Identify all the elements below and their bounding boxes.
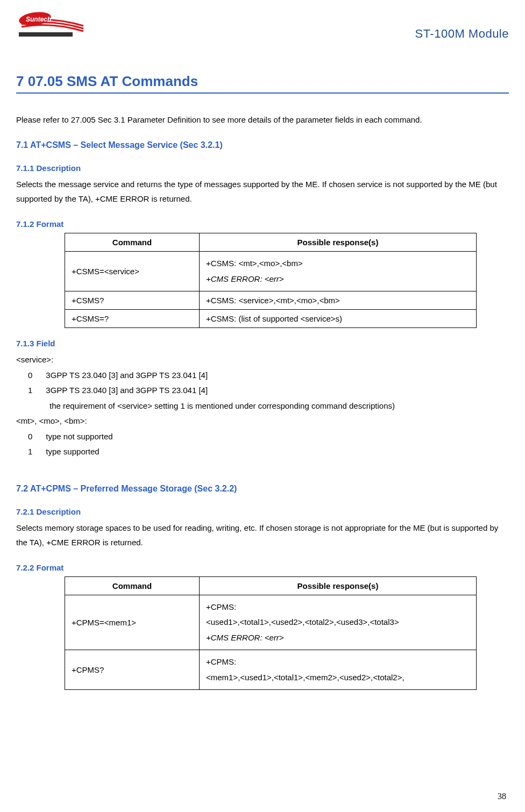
- svg-text:Suntech: Suntech: [26, 16, 51, 23]
- table-cell-cmd: +CSMS=?: [65, 310, 200, 328]
- section-7-1-1-title: 7.1.1 Description: [16, 163, 509, 173]
- section-7-2-2-title: 7.2.2 Format: [16, 563, 509, 572]
- section-7-2-1-title: 7.2.1 Description: [16, 507, 509, 516]
- table-cell-cmd: +CPMS?: [65, 650, 200, 690]
- section-7-1-1-text: Selects the message service and returns …: [16, 177, 509, 206]
- section-7-2-title: 7.2 AT+CPMS – Preferred Message Storage …: [16, 484, 509, 494]
- table-cell-resp: +CSMS: <mt>,<mo>,<bm> +CMS ERROR: <err>: [200, 252, 477, 291]
- table-header-row: Command Possible response(s): [65, 233, 477, 252]
- table-row: +CPMS=<mem1> +CPMS: <used1>,<total1>,<us…: [65, 595, 477, 650]
- main-section-title: 7 07.05 SMS AT Commands: [16, 73, 509, 90]
- resp-line: +CPMS:: [206, 600, 470, 615]
- section-7-1-2-title: 7.1.2 Format: [16, 219, 509, 229]
- section-7-1-3-title: 7.1.3 Field: [16, 339, 509, 348]
- suntech-logo-icon: Suntech: [16, 11, 86, 38]
- resp-line: +CMS ERROR: <err>: [206, 630, 470, 646]
- table-row: +CSMS=<service> +CSMS: <mt>,<mo>,<bm> +C…: [65, 252, 477, 291]
- table-header-row: Command Possible response(s): [65, 576, 477, 595]
- section-7-2-1-text: Selects memory storage spaces to be used…: [16, 521, 509, 550]
- csms-format-table: Command Possible response(s) +CSMS=<serv…: [65, 233, 477, 328]
- module-title: ST-100M Module: [415, 27, 509, 41]
- page-header: Suntech ST-100M Module: [16, 11, 509, 41]
- resp-line: +CSMS: <mt>,<mo>,<bm>: [206, 256, 470, 272]
- table-row: +CSMS=? +CSMS: (list of supported <servi…: [65, 310, 477, 328]
- field-line: 1 type supported: [16, 444, 509, 460]
- field-line: 0 type not supported: [16, 429, 509, 445]
- table-row: +CSMS? +CSMS: <service>,<mt>,<mo>,<bm>: [65, 291, 477, 310]
- table-cell-cmd: +CSMS?: [65, 291, 200, 310]
- section-7-1-title: 7.1 AT+CSMS – Select Message Service (Se…: [16, 140, 509, 150]
- page-number: 38: [498, 792, 506, 801]
- table-cell-resp: +CSMS: <service>,<mt>,<mo>,<bm>: [200, 291, 477, 310]
- svg-rect-1: [19, 32, 73, 37]
- resp-line: +CPMS:: [206, 654, 470, 670]
- table-cell-resp: +CPMS: <used1>,<total1>,<used2>,<total2>…: [200, 595, 477, 650]
- table-header-response: Possible response(s): [200, 576, 477, 595]
- table-header-command: Command: [65, 576, 200, 595]
- table-header-response: Possible response(s): [200, 233, 477, 252]
- logo: Suntech: [16, 11, 86, 38]
- table-row: +CPMS? +CPMS: <mem1>,<used1>,<total1>,<m…: [65, 650, 477, 690]
- field-line: 1 3GPP TS 23.040 [3] and 3GPP TS 23.041 …: [16, 383, 509, 398]
- table-cell-resp: +CSMS: (list of supported <service>s): [200, 310, 477, 328]
- table-cell-cmd: +CSMS=<service>: [65, 252, 200, 291]
- resp-line: <mem1>,<used1>,<total1>,<mem2>,<used2>,<…: [206, 670, 470, 686]
- field-line: the requirement of <service> setting 1 i…: [16, 398, 509, 414]
- intro-paragraph: Please refer to 27.005 Sec 3.1 Parameter…: [16, 112, 509, 127]
- field-mtmobm-label: <mt>, <mo>, <bm>:: [16, 414, 509, 429]
- resp-line: <used1>,<total1>,<used2>,<total2>,<used3…: [206, 615, 470, 630]
- field-line: 0 3GPP TS 23.040 [3] and 3GPP TS 23.041 …: [16, 368, 509, 383]
- section-underline: [16, 92, 509, 94]
- table-header-command: Command: [65, 233, 200, 252]
- table-cell-cmd: +CPMS=<mem1>: [65, 595, 200, 650]
- resp-line: +CMS ERROR: <err>: [206, 272, 470, 287]
- cpms-format-table: Command Possible response(s) +CPMS=<mem1…: [65, 576, 477, 690]
- field-service-label: <service>:: [16, 352, 509, 368]
- table-cell-resp: +CPMS: <mem1>,<used1>,<total1>,<mem2>,<u…: [200, 650, 477, 690]
